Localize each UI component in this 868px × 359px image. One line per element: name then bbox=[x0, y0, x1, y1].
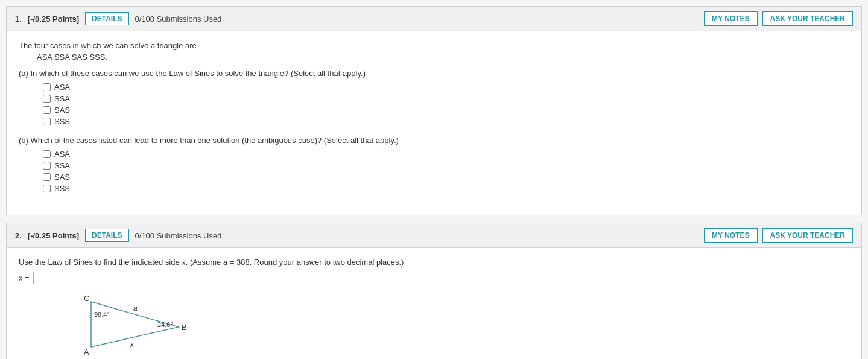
question-1-part-a-option-asa[interactable]: ASA bbox=[43, 83, 849, 92]
question-1-submissions: 0/100 Submissions Used bbox=[135, 14, 222, 24]
triangle-diagram: C a B A x 98.4° 24.6° bbox=[73, 293, 194, 359]
question-1-ask-teacher-button[interactable]: ASK YOUR TEACHER bbox=[762, 11, 853, 26]
question-1-part-a-checkbox-sas[interactable] bbox=[43, 106, 51, 114]
question-1-body: The four cases in which we can solve a t… bbox=[7, 31, 861, 215]
question-2-header: 2. [-/0.25 Points] DETAILS 0/100 Submiss… bbox=[7, 223, 861, 248]
question-1-part-b-checkbox-asa[interactable] bbox=[43, 150, 51, 158]
question-1-part-a-checkbox-asa[interactable] bbox=[43, 83, 51, 91]
question-2-details-button[interactable]: DETAILS bbox=[85, 229, 128, 242]
question-2-my-notes-button[interactable]: MY NOTES bbox=[704, 228, 757, 243]
question-1-part-b-options: ASA SSA SAS SSS bbox=[43, 150, 849, 193]
question-2-submissions: 0/100 Submissions Used bbox=[135, 231, 222, 240]
question-1-part-b-option-ssa[interactable]: SSA bbox=[43, 161, 849, 170]
svg-text:24.6°: 24.6° bbox=[157, 321, 173, 328]
question-2-x-input-row: x = bbox=[19, 272, 849, 284]
svg-text:98.4°: 98.4° bbox=[94, 311, 110, 318]
svg-text:a: a bbox=[133, 304, 138, 313]
question-1-part-a-options: ASA SSA SAS SSS bbox=[43, 83, 849, 126]
question-2-x-label: x = bbox=[19, 273, 30, 282]
question-1-part-a-question: (a) In which of these cases can we use t… bbox=[19, 69, 849, 78]
question-1-part-b-option-sss[interactable]: SSS bbox=[43, 184, 849, 193]
question-1-part-a-option-ssa[interactable]: SSA bbox=[43, 94, 849, 103]
svg-text:x: x bbox=[130, 340, 135, 349]
question-1-part-b-option-sas[interactable]: SAS bbox=[43, 173, 849, 182]
question-2-body: Use the Law of Sines to find the indicat… bbox=[7, 248, 861, 359]
question-1-part-a-checkbox-ssa[interactable] bbox=[43, 95, 51, 103]
question-1-points: [-/0.25 Points] bbox=[28, 14, 79, 24]
question-2-block: 2. [-/0.25 Points] DETAILS 0/100 Submiss… bbox=[6, 223, 862, 359]
question-1-cases: ASA SSA SAS SSS. bbox=[37, 52, 849, 62]
svg-text:A: A bbox=[84, 348, 89, 357]
question-1-part-b-checkbox-sss[interactable] bbox=[43, 185, 51, 192]
svg-text:B: B bbox=[182, 323, 187, 332]
question-1-part-a-option-sss[interactable]: SSS bbox=[43, 117, 849, 126]
question-1-intro: The four cases in which we can solve a t… bbox=[19, 41, 849, 50]
question-1-part-b: (b) Which of the cases listed can lead t… bbox=[19, 136, 849, 193]
question-1-part-b-checkbox-sas[interactable] bbox=[43, 173, 51, 181]
question-1-header: 1. [-/0.25 Points] DETAILS 0/100 Submiss… bbox=[7, 7, 861, 31]
question-2-header-right: MY NOTES ASK YOUR TEACHER bbox=[704, 228, 853, 243]
question-2-ask-teacher-button[interactable]: ASK YOUR TEACHER bbox=[762, 228, 853, 243]
question-1-part-b-question: (b) Which of the cases listed can lead t… bbox=[19, 136, 849, 145]
question-1-my-notes-button[interactable]: MY NOTES bbox=[704, 11, 757, 26]
question-2-x-input[interactable] bbox=[33, 272, 81, 284]
question-1-part-a-checkbox-sss[interactable] bbox=[43, 118, 51, 125]
question-1-part-b-option-asa[interactable]: ASA bbox=[43, 150, 849, 159]
svg-text:C: C bbox=[84, 294, 89, 303]
question-2-points: [-/0.25 Points] bbox=[28, 231, 79, 240]
question-1-number: 1. bbox=[15, 14, 22, 24]
question-1-details-button[interactable]: DETAILS bbox=[85, 12, 128, 25]
question-1-header-right: MY NOTES ASK YOUR TEACHER bbox=[704, 11, 853, 26]
question-1-block: 1. [-/0.25 Points] DETAILS 0/100 Submiss… bbox=[6, 6, 862, 215]
question-1-part-b-checkbox-ssa[interactable] bbox=[43, 162, 51, 170]
question-2-number: 2. bbox=[15, 231, 22, 240]
question-1-part-a-option-sas[interactable]: SAS bbox=[43, 106, 849, 115]
question-2-intro: Use the Law of Sines to find the indicat… bbox=[19, 258, 849, 267]
